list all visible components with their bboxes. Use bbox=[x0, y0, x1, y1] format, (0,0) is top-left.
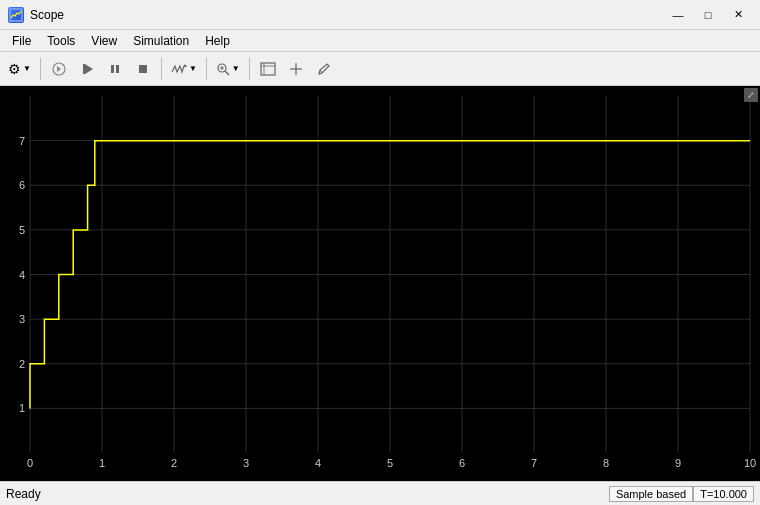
menu-tools[interactable]: Tools bbox=[39, 32, 83, 50]
sample-based-badge: Sample based bbox=[609, 486, 693, 502]
title-bar: Scope — □ ✕ bbox=[0, 0, 760, 30]
svg-marker-2 bbox=[57, 66, 61, 72]
stop-icon bbox=[52, 62, 66, 76]
svg-text:10: 10 bbox=[744, 457, 756, 469]
plot-svg: 0123456789101234567 bbox=[0, 86, 760, 481]
run-button[interactable] bbox=[74, 56, 100, 82]
svg-text:7: 7 bbox=[531, 457, 537, 469]
close-button[interactable]: ✕ bbox=[724, 5, 752, 25]
zoom-icon bbox=[216, 62, 230, 76]
window-title: Scope bbox=[30, 8, 664, 22]
pencil-icon bbox=[317, 62, 331, 76]
status-ready: Ready bbox=[6, 487, 609, 501]
svg-text:5: 5 bbox=[19, 224, 25, 236]
separator-1 bbox=[40, 58, 41, 80]
svg-rect-6 bbox=[111, 65, 114, 73]
svg-text:3: 3 bbox=[19, 313, 25, 325]
maximize-button[interactable]: □ bbox=[694, 5, 722, 25]
menu-simulation[interactable]: Simulation bbox=[125, 32, 197, 50]
minimize-button[interactable]: — bbox=[664, 5, 692, 25]
cursor-button[interactable] bbox=[283, 56, 309, 82]
settings-arrow-icon: ▼ bbox=[23, 64, 31, 73]
separator-2 bbox=[161, 58, 162, 80]
settings-icon: ⚙ bbox=[8, 61, 21, 77]
scale-icon bbox=[260, 62, 276, 76]
svg-rect-8 bbox=[139, 65, 147, 73]
stop-button[interactable] bbox=[46, 56, 72, 82]
svg-text:8: 8 bbox=[603, 457, 609, 469]
plot-wrap: ⤢ 0123456789101234567 bbox=[0, 86, 760, 481]
svg-text:1: 1 bbox=[19, 402, 25, 414]
zoom-dropdown[interactable]: ▼ bbox=[212, 56, 244, 82]
run-icon bbox=[80, 62, 94, 76]
signal-icon bbox=[171, 62, 187, 76]
status-right: Sample based T=10.000 bbox=[609, 486, 754, 502]
window-controls: — □ ✕ bbox=[664, 5, 752, 25]
svg-text:3: 3 bbox=[243, 457, 249, 469]
pause-icon bbox=[108, 62, 122, 76]
cursor-icon bbox=[289, 62, 303, 76]
svg-text:6: 6 bbox=[459, 457, 465, 469]
svg-marker-5 bbox=[85, 64, 93, 74]
menu-bar: File Tools View Simulation Help bbox=[0, 30, 760, 52]
svg-marker-19 bbox=[319, 64, 329, 74]
svg-text:1: 1 bbox=[99, 457, 105, 469]
plot-area[interactable]: ⤢ 0123456789101234567 bbox=[0, 86, 760, 481]
status-bar: Ready Sample based T=10.000 bbox=[0, 481, 760, 505]
svg-text:4: 4 bbox=[19, 269, 25, 281]
svg-text:6: 6 bbox=[19, 179, 25, 191]
svg-text:0: 0 bbox=[27, 457, 33, 469]
separator-4 bbox=[249, 58, 250, 80]
menu-help[interactable]: Help bbox=[197, 32, 238, 50]
pause-button[interactable] bbox=[102, 56, 128, 82]
svg-rect-7 bbox=[116, 65, 119, 73]
svg-text:2: 2 bbox=[171, 457, 177, 469]
svg-rect-21 bbox=[0, 86, 760, 481]
svg-text:5: 5 bbox=[387, 457, 393, 469]
svg-text:7: 7 bbox=[19, 135, 25, 147]
svg-rect-14 bbox=[261, 63, 275, 75]
stop2-icon bbox=[136, 62, 150, 76]
toolbar: ⚙ ▼ ▼ bbox=[0, 52, 760, 86]
separator-3 bbox=[206, 58, 207, 80]
settings-dropdown[interactable]: ⚙ ▼ bbox=[4, 56, 35, 82]
scale-button[interactable] bbox=[255, 56, 281, 82]
svg-line-11 bbox=[225, 71, 229, 75]
svg-text:2: 2 bbox=[19, 358, 25, 370]
time-badge: T=10.000 bbox=[693, 486, 754, 502]
svg-line-20 bbox=[320, 70, 322, 73]
menu-file[interactable]: File bbox=[4, 32, 39, 50]
svg-text:4: 4 bbox=[315, 457, 321, 469]
signal-dropdown[interactable]: ▼ bbox=[167, 56, 201, 82]
svg-marker-9 bbox=[183, 64, 187, 67]
menu-view[interactable]: View bbox=[83, 32, 125, 50]
app-icon bbox=[8, 7, 24, 23]
svg-text:9: 9 bbox=[675, 457, 681, 469]
svg-rect-4 bbox=[83, 64, 85, 74]
pencil-button[interactable] bbox=[311, 56, 337, 82]
stop2-button[interactable] bbox=[130, 56, 156, 82]
signal-arrow-icon: ▼ bbox=[189, 64, 197, 73]
expand-button[interactable]: ⤢ bbox=[744, 88, 758, 102]
zoom-arrow-icon: ▼ bbox=[232, 64, 240, 73]
